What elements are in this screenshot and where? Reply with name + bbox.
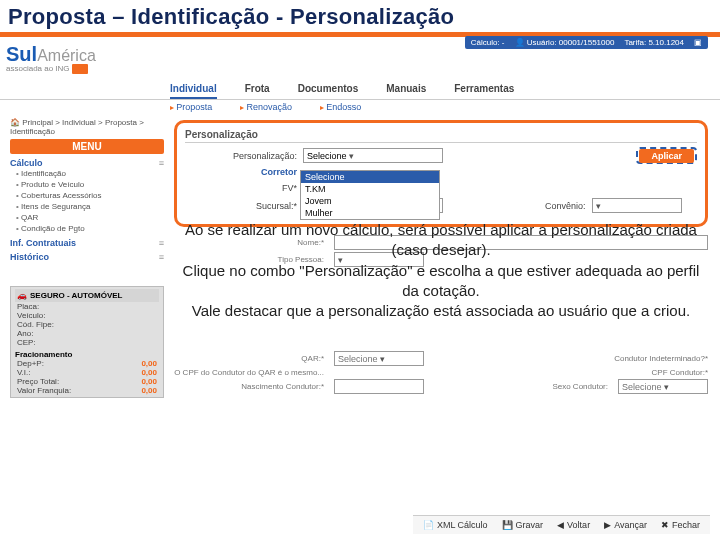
subtab-renovacao[interactable]: Renovação (240, 102, 292, 112)
sexo-label: Sexo Condutor: (552, 382, 608, 391)
personalizacao-label: Personalização: (185, 151, 297, 161)
seguro-cep: CEP: (15, 338, 159, 347)
tab-documentos[interactable]: Documentos (298, 80, 359, 99)
nasc-input[interactable] (334, 379, 424, 394)
personalizacao-dropdown[interactable]: Selecione T.KM Jovem Mulher (300, 170, 440, 220)
avancar-button[interactable]: ▶ Avançar (600, 519, 651, 531)
subtab-endosso[interactable]: Endosso (320, 102, 361, 112)
panel-title: Personalização (185, 129, 697, 143)
menu-item-identificacao[interactable]: Identificação (10, 168, 164, 179)
qar-select[interactable]: Selecione (334, 351, 424, 366)
brand-subtitle: associada ao ING (6, 64, 96, 74)
dropdown-opt-selecione[interactable]: Selecione (301, 171, 439, 183)
frac-row-1: Dep+P:0,00 (15, 359, 159, 368)
personalizacao-highlight: Personalização Personalização: Selecione… (174, 120, 708, 227)
fv-label: FV* (185, 183, 297, 193)
nasc-label: Nascimento Condutor:* (174, 382, 324, 391)
menu-item-cond-pgto[interactable]: Condição de Pgto (10, 223, 164, 234)
tab-individual[interactable]: Individual (170, 80, 217, 99)
menu-section-inf[interactable]: Inf. Contratuais (10, 238, 164, 248)
xml-button[interactable]: 📄 XML Cálculo (419, 519, 492, 531)
voltar-button[interactable]: ◀ Voltar (553, 519, 594, 531)
svg-rect-0 (72, 64, 88, 74)
sub-tabs: Proposta Renovação Endosso (0, 100, 720, 114)
tab-ferramentas[interactable]: Ferramentas (454, 80, 514, 99)
condutor-label: Condutor Indeterminado?* (614, 354, 708, 363)
brand-logo: SulAmérica (6, 43, 96, 66)
menu-item-itens[interactable]: Itens de Segurança (10, 201, 164, 212)
subtab-proposta[interactable]: Proposta (170, 102, 212, 112)
sexo-select[interactable]: Selecione (618, 379, 708, 394)
convenio-label: Convênio: (545, 201, 586, 211)
seguro-header: 🚗 SEGURO - AUTOMÓVEL (15, 289, 159, 302)
frac-row-4: Valor Franquia:0,00 (15, 386, 159, 395)
menu-header: MENU (10, 139, 164, 154)
frac-row-2: V.I.:0,00 (15, 368, 159, 377)
convenio-select[interactable] (592, 198, 682, 213)
cpf-qar-label: O CPF do Condutor do QAR é o mesmo... (174, 368, 324, 377)
instruction-callout: Ao se realizar um novo cálculo, será pos… (178, 220, 704, 321)
seguro-veiculo: Veículo: (15, 311, 159, 320)
seguro-panel: 🚗 SEGURO - AUTOMÓVEL Placa: Veículo: Cód… (10, 286, 164, 398)
seguro-placa: Placa: (15, 302, 159, 311)
breadcrumb[interactable]: Principal > Individual > Proposta > Iden… (10, 118, 164, 136)
aplicar-highlight: Aplicar (636, 147, 697, 164)
menu-section-hist[interactable]: Histórico (10, 252, 164, 262)
tab-manuais[interactable]: Manuais (386, 80, 426, 99)
user-info: 👤 Usuário: 00001/1551000 (515, 38, 615, 47)
gravar-button[interactable]: 💾 Gravar (498, 519, 548, 531)
dropdown-opt-jovem[interactable]: Jovem (301, 195, 439, 207)
dropdown-opt-tkm[interactable]: T.KM (301, 183, 439, 195)
seguro-ano: Ano: (15, 329, 159, 338)
main-tabs: Individual Frota Documentos Manuais Ferr… (0, 78, 720, 100)
menu-item-qar[interactable]: QAR (10, 212, 164, 223)
calc-info: Cálculo: - (471, 38, 505, 47)
menu-item-produto[interactable]: Produto e Veículo (10, 179, 164, 190)
qar-label: QAR:* (174, 354, 324, 363)
personalizacao-select[interactable]: Selecione (303, 148, 443, 163)
frac-row-3: Preço Total:0,00 (15, 377, 159, 386)
tab-frota[interactable]: Frota (245, 80, 270, 99)
slide-title: Proposta – Identificação - Personalizaçã… (0, 0, 720, 37)
corretor-label: Corretor (185, 167, 297, 177)
frac-header: Fracionamento (15, 350, 159, 359)
sucursal-label: Sucursal:* (185, 201, 297, 211)
collapse-icon[interactable]: ▣ (694, 38, 702, 47)
cpfcond-label: CPF Condutor:* (652, 368, 708, 377)
top-info-bar: Cálculo: - 👤 Usuário: 00001/1551000 Tari… (465, 36, 708, 49)
tarifa-info: Tarifa: 5.10.1204 (624, 38, 684, 47)
menu-item-coberturas[interactable]: Coberturas Acessórios (10, 190, 164, 201)
menu-section-calculo[interactable]: Cálculo (10, 158, 164, 168)
bottom-toolbar: 📄 XML Cálculo 💾 Gravar ◀ Voltar ▶ Avança… (413, 515, 710, 534)
seguro-fipe: Cód. Fipe: (15, 320, 159, 329)
sidebar: Principal > Individual > Proposta > Iden… (0, 118, 170, 398)
dropdown-opt-mulher[interactable]: Mulher (301, 207, 439, 219)
aplicar-button[interactable]: Aplicar (639, 149, 694, 163)
fechar-button[interactable]: ✖ Fechar (657, 519, 704, 531)
